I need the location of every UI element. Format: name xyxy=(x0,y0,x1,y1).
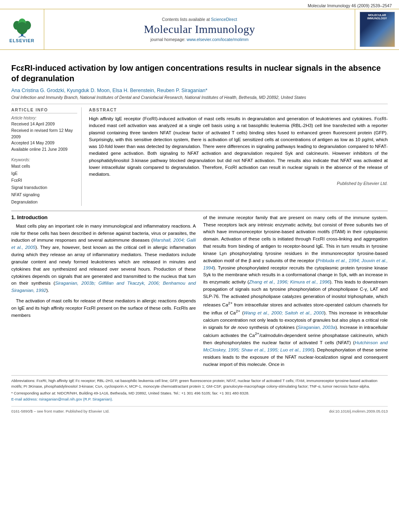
body-left-col: 1. Introduction Mast cells play an impor… xyxy=(11,214,196,372)
ref-siraganian-2003a[interactable]: Siraganian, 2003a xyxy=(298,325,335,330)
intro-paragraph-2: The activation of mast cells for release… xyxy=(11,298,196,319)
elsevier-logo: ELSEVIER xyxy=(9,16,34,43)
corresponding-author: * Corresponding author at: NIDCR/NIH, Bu… xyxy=(11,390,388,396)
cover-title: MOLECULARIMMUNOLOGY xyxy=(367,14,387,21)
svg-line-7 xyxy=(22,36,26,37)
email-address: E-mail address: rsiraganian@mail.nih.gov… xyxy=(11,396,388,402)
intro-paragraph-1: Mast cells play an important role in man… xyxy=(11,223,196,294)
ref-marshall[interactable]: Marshall, 2004; Galli et al., 2005 xyxy=(11,238,196,250)
homepage-line: journal homepage: www.elsevier.com/locat… xyxy=(150,37,249,42)
intro-body-text: Mast cells play an important role in man… xyxy=(11,223,196,319)
keyword-fceri: FcεRI xyxy=(11,177,77,184)
journal-cover-area: MOLECULARIMMUNOLOGY xyxy=(355,9,399,49)
keyword-ige: IgE xyxy=(11,170,77,177)
keyword-nfat-signaling: NFAT signaling xyxy=(11,191,77,199)
bottom-bar: 0161-5890/$ – see front matter. Publishe… xyxy=(11,406,388,413)
issn-text: 0161-5890/$ – see front matter. Publishe… xyxy=(11,409,110,413)
abstract-text: High affinity IgE receptor (FcεRI)-induc… xyxy=(89,115,388,178)
keyword-mast-cells: Mast cells xyxy=(11,163,77,170)
history-label: Article history: xyxy=(11,116,77,120)
elsevier-tree-icon xyxy=(11,16,33,37)
journal-header: ELSEVIER Contents lists available at Sci… xyxy=(0,9,399,50)
article-rule xyxy=(11,104,388,104)
homepage-url[interactable]: www.elsevier.com/locate/molimm xyxy=(187,37,249,42)
doi-text: doi:10.1016/j.molimm.2009.05.013 xyxy=(329,409,388,413)
journal-citation: Molecular Immunology 46 (2009) 2539–2547 xyxy=(308,3,392,8)
abbreviations: Abbreviations: FcεRI, high affinity IgE … xyxy=(11,378,388,389)
journal-cover: MOLECULARIMMUNOLOGY xyxy=(360,12,395,47)
keyword-signal-transduction: Signal transduction xyxy=(11,184,77,191)
ref-pribluda[interactable]: Pribluda et al., 1994; Jouvin et al., 19… xyxy=(203,258,388,270)
article-affiliation: Oral Infection and Immunity Branch, Nati… xyxy=(11,95,388,100)
intro-section-title: 1. Introduction xyxy=(11,214,196,220)
article-title: FcεRI-induced activation by low antigen … xyxy=(11,63,388,84)
body-right-col: of the immune receptor family that are p… xyxy=(203,214,388,372)
keyword-degranulation: Degranulation xyxy=(11,199,77,206)
contents-available-line: Contents lists available at ScienceDirec… xyxy=(162,17,237,22)
abstract-heading: Abstract xyxy=(89,107,388,113)
page: Molecular Immunology 46 (2009) 2539–2547 xyxy=(0,0,399,532)
body-cols: 1. Introduction Mast cells play an impor… xyxy=(11,214,388,372)
elsevier-text: ELSEVIER xyxy=(9,38,34,43)
ref-hutchinson[interactable]: Hutchinson and McCloskey, 1995; Shaw et … xyxy=(203,340,388,352)
available-online-date: Available online 21 June 2009 xyxy=(11,146,77,153)
journal-title: Molecular Immunology xyxy=(144,23,255,36)
published-by: Published by Elsevier Ltd. xyxy=(89,181,388,186)
article-content: FcεRI-induced activation by low antigen … xyxy=(0,50,399,371)
svg-point-5 xyxy=(17,22,27,32)
journal-name-area: Contents lists available at ScienceDirec… xyxy=(44,9,355,49)
body-rule xyxy=(11,211,388,211)
accepted-date: Accepted 14 May 2009 xyxy=(11,140,77,146)
publisher-logo-area: ELSEVIER xyxy=(0,9,44,49)
journal-meta: Molecular Immunology 46 (2009) 2539–2547 xyxy=(0,0,399,9)
ref-siraganian-2003b[interactable]: Siraganian, 2003b; Gilfillan and Tkaczyk… xyxy=(11,281,196,293)
keywords-list: Mast cells IgE FcεRI Signal transduction… xyxy=(11,163,77,206)
article-authors: Ana Cristina G. Grodzki, Kyungduk D. Moo… xyxy=(11,88,388,93)
abstract-col: Abstract High affinity IgE receptor (Fcε… xyxy=(89,107,388,206)
received-revised-date: Received in revised form 12 May 2009 xyxy=(11,127,77,140)
info-abstract-cols: Article Info Article history: Received 1… xyxy=(11,107,388,206)
right-paragraph-1: of the immune receptor family that are p… xyxy=(203,214,388,368)
ref-zhang[interactable]: Zhang et al., 1996; Kimura et al., 1996 xyxy=(249,279,330,284)
sciencedirect-link[interactable]: ScienceDirect xyxy=(211,17,237,22)
body-right-text: of the immune receptor family that are p… xyxy=(203,214,388,368)
svg-line-6 xyxy=(19,36,22,37)
article-info-heading: Article Info xyxy=(11,107,77,113)
ref-wang[interactable]: Wang et al., 2000; Saitoh et al., 2000 xyxy=(244,310,324,315)
received-date: Received 14 April 2009 xyxy=(11,121,77,127)
footnote-area: Abbreviations: FcεRI, high affinity IgE … xyxy=(11,375,388,402)
keywords-label: Keywords: xyxy=(11,158,77,162)
article-info-col: Article Info Article history: Received 1… xyxy=(11,107,82,206)
